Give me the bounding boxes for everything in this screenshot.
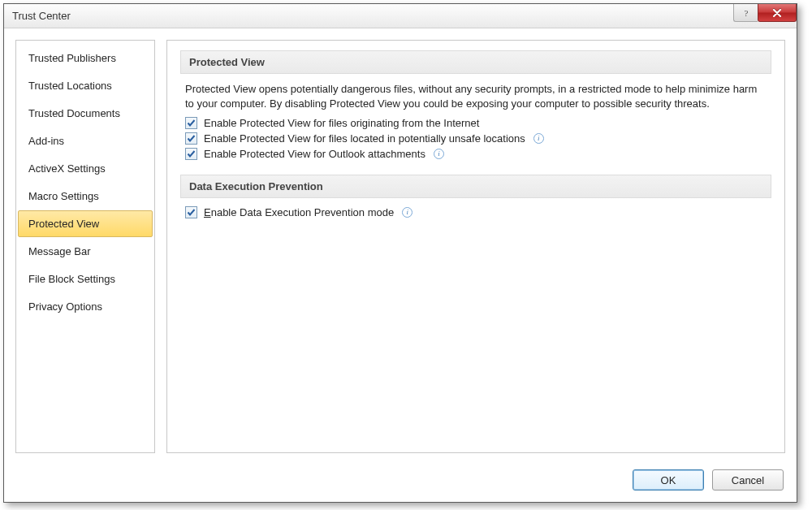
sidebar-item-message-bar[interactable]: Message Bar xyxy=(18,238,153,265)
checkbox-label: Enable Protected View for Outlook attach… xyxy=(204,148,425,160)
info-icon[interactable]: i xyxy=(434,149,444,159)
info-icon[interactable]: i xyxy=(402,207,412,218)
option-row: Enable Data Execution Prevention mode i xyxy=(185,206,767,218)
main-panel: Protected View Protected View opens pote… xyxy=(166,40,785,453)
sidebar-item-trusted-documents[interactable]: Trusted Documents xyxy=(18,100,153,127)
sidebar-item-file-block-settings[interactable]: File Block Settings xyxy=(18,266,153,292)
trust-center-dialog: Trust Center ? Trusted Publishers Truste… xyxy=(3,3,797,503)
checkbox-outlook-attachments[interactable] xyxy=(185,148,197,160)
ok-button[interactable]: OK xyxy=(633,469,704,491)
check-icon xyxy=(187,134,196,143)
dialog-footer: OK Cancel xyxy=(4,461,797,502)
check-icon xyxy=(187,119,196,128)
sidebar-item-label: Add-ins xyxy=(28,135,64,147)
checkbox-label: Enable Protected View for files located … xyxy=(204,132,525,145)
sidebar-item-macro-settings[interactable]: Macro Settings xyxy=(18,183,153,210)
sidebar-item-privacy-options[interactable]: Privacy Options xyxy=(18,293,153,320)
checkbox-unsafe-locations[interactable] xyxy=(185,132,197,145)
sidebar-item-label: File Block Settings xyxy=(28,273,115,285)
sidebar-item-label: ActiveX Settings xyxy=(28,162,106,175)
check-icon xyxy=(187,149,196,158)
cancel-button[interactable]: Cancel xyxy=(712,469,784,491)
checkbox-dep-mode[interactable] xyxy=(185,206,197,218)
sidebar-item-trusted-locations[interactable]: Trusted Locations xyxy=(18,72,153,99)
checkbox-label: Enable Protected View for files originat… xyxy=(204,117,479,129)
sidebar-item-label: Trusted Publishers xyxy=(28,52,116,64)
svg-text:?: ? xyxy=(744,8,748,18)
checkbox-internet-files[interactable] xyxy=(185,117,197,129)
window-title: Trust Center xyxy=(12,10,71,22)
sidebar-item-label: Message Bar xyxy=(28,245,91,257)
titlebar: Trust Center ? xyxy=(4,4,797,28)
sidebar-item-label: Macro Settings xyxy=(28,190,99,202)
window-controls: ? xyxy=(733,4,797,22)
section-header-dep: Data Execution Prevention xyxy=(180,175,771,198)
section-header-protected-view: Protected View xyxy=(180,50,771,74)
sidebar-item-label: Trusted Locations xyxy=(28,80,112,92)
close-button[interactable] xyxy=(758,4,797,22)
sidebar-item-label: Trusted Documents xyxy=(28,107,120,119)
sidebar-item-trusted-publishers[interactable]: Trusted Publishers xyxy=(18,45,153,71)
close-icon xyxy=(772,9,782,17)
check-icon xyxy=(187,208,196,217)
sidebar-item-protected-view[interactable]: Protected View xyxy=(18,210,153,237)
sidebar-item-add-ins[interactable]: Add-ins xyxy=(18,128,153,154)
help-button[interactable]: ? xyxy=(733,4,758,22)
sidebar-item-label: Privacy Options xyxy=(28,300,102,313)
option-row: Enable Protected View for files originat… xyxy=(185,117,767,129)
option-row: Enable Protected View for Outlook attach… xyxy=(185,148,767,160)
category-sidebar: Trusted Publishers Trusted Locations Tru… xyxy=(15,40,155,453)
info-icon[interactable]: i xyxy=(533,133,544,144)
help-icon: ? xyxy=(742,8,750,18)
dialog-content: Trusted Publishers Trusted Locations Tru… xyxy=(4,28,797,461)
checkbox-label: Enable Data Execution Prevention mode xyxy=(204,206,394,218)
sidebar-item-activex-settings[interactable]: ActiveX Settings xyxy=(18,155,153,182)
option-row: Enable Protected View for files located … xyxy=(185,132,767,145)
protected-view-description: Protected View opens potentially dangero… xyxy=(185,82,767,110)
sidebar-item-label: Protected View xyxy=(28,218,99,230)
